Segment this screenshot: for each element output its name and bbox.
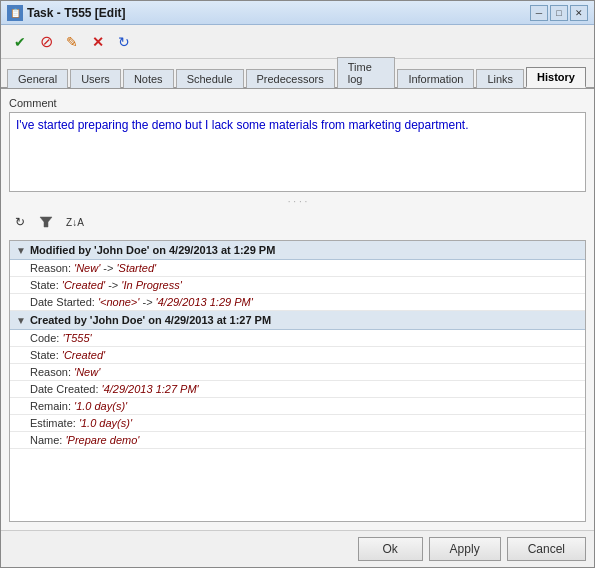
history-row: Reason: 'New' -> 'Started' [10,260,585,277]
refresh-button[interactable]: ↻ [113,31,135,53]
ok-button[interactable]: Ok [358,537,423,561]
history-row: State: 'Created' [10,347,585,364]
row-value: 'New' [74,262,100,274]
history-toolbar: ↻ Z↓A [9,210,586,234]
close-button[interactable]: ✕ [570,5,588,21]
row-value: 'Prepare demo' [65,434,139,446]
tab-users[interactable]: Users [70,69,121,88]
tab-information[interactable]: Information [397,69,474,88]
title-bar-controls: ─ □ ✕ [530,5,588,21]
delete-button[interactable]: ✕ [87,31,109,53]
history-sort-button[interactable]: Z↓A [61,212,89,232]
filter-icon [39,215,53,229]
history-row: Code: 'T555' [10,330,585,347]
history-row: State: 'Created' -> 'In Progress' [10,277,585,294]
history-row: Name: 'Prepare demo' [10,432,585,449]
row-value: '4/29/2013 1:27 PM' [102,383,199,395]
window-icon: 📋 [7,5,23,21]
tab-notes[interactable]: Notes [123,69,174,88]
row-value: 'Created' [62,279,105,291]
comment-label: Comment [9,97,586,109]
group-2-title: Created by 'John Doe' on 4/29/2013 at 1:… [30,314,271,326]
title-bar-left: 📋 Task - T555 [Edit] [7,5,125,21]
history-list: ▼ Modified by 'John Doe' on 4/29/2013 at… [9,240,586,522]
row-value: '<none>' [98,296,140,308]
cancel-action-button[interactable]: ⊘ [35,31,57,53]
footer-buttons: Ok Apply Cancel [1,530,594,567]
history-row: Remain: '1.0 day(s)' [10,398,585,415]
row-value: '4/29/2013 1:29 PM' [156,296,253,308]
minimize-button[interactable]: ─ [530,5,548,21]
row-value: 'Started' [116,262,156,274]
history-group-2-header[interactable]: ▼ Created by 'John Doe' on 4/29/2013 at … [10,311,585,330]
comment-textarea[interactable] [9,112,586,192]
confirm-button[interactable]: ✔ [9,31,31,53]
main-window: 📋 Task - T555 [Edit] ─ □ ✕ ✔ ⊘ ✎ ✕ ↻ Gen… [0,0,595,568]
history-row: Date Started: '<none>' -> '4/29/2013 1:2… [10,294,585,311]
main-content: Comment · · · · ↻ Z↓A ▼ Modified by 'Joh… [1,89,594,530]
svg-marker-0 [40,217,52,227]
cancel-button[interactable]: Cancel [507,537,586,561]
row-value: '1.0 day(s)' [74,400,127,412]
row-value: '1.0 day(s)' [79,417,132,429]
history-filter-button[interactable] [35,212,57,232]
tab-schedule[interactable]: Schedule [176,69,244,88]
maximize-button[interactable]: □ [550,5,568,21]
tab-links[interactable]: Links [476,69,524,88]
tabs-bar: General Users Notes Schedule Predecessor… [1,59,594,89]
tab-predecessors[interactable]: Predecessors [246,69,335,88]
history-row: Date Created: '4/29/2013 1:27 PM' [10,381,585,398]
apply-button[interactable]: Apply [429,537,501,561]
tab-timelog[interactable]: Time log [337,57,396,88]
separator: · · · · [9,198,586,204]
group-1-toggle[interactable]: ▼ [16,245,26,256]
history-row: Reason: 'New' [10,364,585,381]
comment-section: Comment [9,97,586,192]
group-2-toggle[interactable]: ▼ [16,315,26,326]
row-value: 'New' [74,366,100,378]
toolbar: ✔ ⊘ ✎ ✕ ↻ [1,25,594,59]
tab-history[interactable]: History [526,67,586,88]
window-title: Task - T555 [Edit] [27,6,125,20]
row-value: 'In Progress' [121,279,181,291]
row-value: 'T555' [62,332,91,344]
row-value: 'Created' [62,349,105,361]
history-group-1-header[interactable]: ▼ Modified by 'John Doe' on 4/29/2013 at… [10,241,585,260]
title-bar: 📋 Task - T555 [Edit] ─ □ ✕ [1,1,594,25]
history-row: Estimate: '1.0 day(s)' [10,415,585,432]
group-1-title: Modified by 'John Doe' on 4/29/2013 at 1… [30,244,275,256]
history-refresh-button[interactable]: ↻ [9,212,31,232]
edit-button[interactable]: ✎ [61,31,83,53]
tab-general[interactable]: General [7,69,68,88]
